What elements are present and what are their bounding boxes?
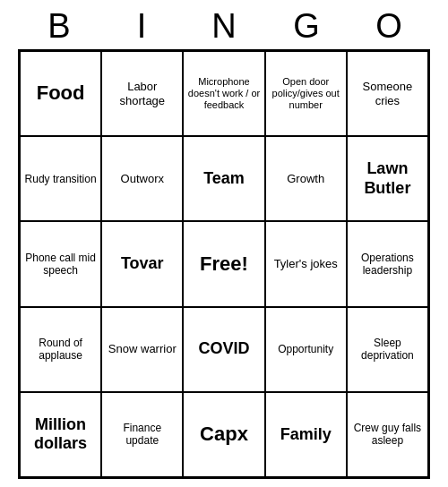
bingo-cell: Food [20, 51, 101, 136]
bingo-cell: Capx [183, 392, 264, 477]
bingo-cell: Rudy transition [20, 136, 101, 221]
bingo-cell: Lawn Butler [347, 136, 428, 221]
letter-g: G [269, 7, 344, 46]
bingo-cell: Million dollars [20, 392, 101, 477]
bingo-cell: Operations leadership [347, 221, 428, 306]
bingo-cell: Tyler's jokes [265, 221, 347, 306]
bingo-cell: Outworx [101, 136, 183, 221]
bingo-cell: Free! [183, 221, 264, 306]
bingo-cell: Growth [265, 136, 347, 221]
bingo-cell: Opportunity [265, 307, 347, 392]
bingo-cell: Sleep deprivation [347, 307, 428, 392]
bingo-cell: Labor shortage [101, 51, 183, 136]
bingo-header: B I N G O [18, 0, 430, 49]
letter-o: O [351, 7, 426, 46]
letter-n: N [186, 7, 262, 46]
bingo-cell: Someone cries [347, 51, 428, 136]
bingo-cell: Snow warrior [101, 307, 183, 392]
bingo-cell: Round of applause [20, 307, 101, 392]
bingo-cell: Family [265, 392, 347, 477]
bingo-cell: Open door policy/gives out number [265, 51, 347, 136]
bingo-cell: Finance update [101, 392, 183, 477]
bingo-cell: Phone call mid speech [20, 221, 101, 306]
letter-b: B [22, 7, 97, 46]
bingo-cell: COVID [183, 307, 264, 392]
bingo-cell: Microphone doesn't work / or feedback [183, 51, 264, 136]
bingo-cell: Crew guy falls asleep [347, 392, 428, 477]
letter-i: I [104, 7, 179, 46]
bingo-grid: FoodLabor shortageMicrophone doesn't wor… [18, 49, 430, 479]
bingo-cell: Tovar [101, 221, 183, 306]
bingo-cell: Team [183, 136, 264, 221]
